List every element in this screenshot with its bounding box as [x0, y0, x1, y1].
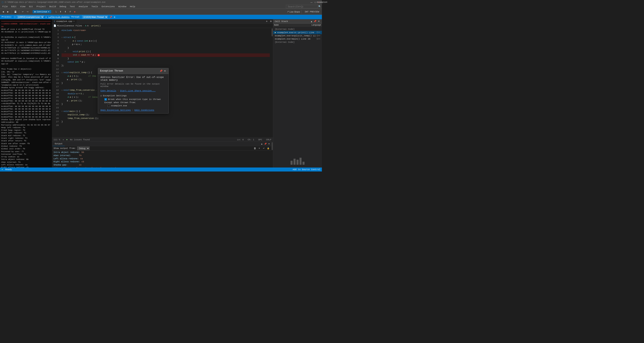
- tab-example4-cpp[interactable]: C example4.cpp ✕: [52, 19, 77, 23]
- lifecycle-label[interactable]: Lifecycle Events: [48, 16, 70, 18]
- breadcrumb-folder[interactable]: Miscellaneous Files: [57, 25, 82, 27]
- menu-tools[interactable]: Tools: [90, 5, 100, 8]
- output-wrap-button[interactable]: ↵: [262, 147, 266, 150]
- int-preview-button[interactable]: INT PREVIEW: [303, 11, 321, 13]
- minimize-button[interactable]: —: [310, 1, 313, 4]
- exception-close-button[interactable]: ✕: [163, 69, 166, 73]
- menu-edit[interactable]: Edit: [10, 5, 18, 8]
- call-stack-row[interactable]: [External Code]: [273, 41, 322, 44]
- process-selector[interactable]: ⬡ [18652] example4.exe: [14, 16, 44, 19]
- terminal-line: Global redzone: f9: [1, 145, 51, 148]
- call-stack-chart: [273, 155, 322, 168]
- code-line-6: }: [62, 46, 270, 50]
- status-bar: ● Ready Add to Source Control: [0, 168, 322, 172]
- output-tab-output[interactable]: Output: [53, 142, 65, 146]
- exception-popup: Exception Thrown 📌 ✕ Address Sanitizer E…: [98, 68, 169, 114]
- menu-project[interactable]: Project: [35, 5, 47, 8]
- menu-help[interactable]: Help: [128, 5, 137, 8]
- toolbar-stop[interactable]: ■: [73, 10, 76, 14]
- continue-button[interactable]: ▶ Continue ▾: [32, 10, 51, 14]
- search-input[interactable]: [286, 5, 318, 9]
- menu-git[interactable]: Git: [27, 5, 34, 8]
- line-num: 15: [52, 78, 59, 82]
- toolbar-save-all[interactable]: 💾: [13, 10, 18, 14]
- exception-subtitle: Full error details can be found in the o…: [100, 83, 166, 88]
- toolbar-undo[interactable]: ↩: [21, 10, 25, 14]
- terminal-line: [32, 36) 'compiler temporary' <== Memory…: [1, 73, 51, 76]
- call-stack-row[interactable]: [External Code]: [273, 28, 322, 31]
- output-key: ASan internal:: [54, 154, 78, 157]
- call-stack-row[interactable]: example4.exe!explicit_temp() Line 16 C++: [273, 34, 322, 37]
- output-val: bb: [82, 151, 84, 154]
- output-source-select[interactable]: Debug: [77, 147, 90, 150]
- menu-extensions[interactable]: Extensions: [100, 5, 116, 8]
- status-source-control[interactable]: Add to Source Control: [292, 168, 320, 171]
- tab-close-icon[interactable]: ✕: [74, 20, 74, 22]
- issues-label[interactable]: No issues found: [70, 139, 90, 141]
- thread-selector[interactable]: [21824] Main Thread: [82, 16, 108, 19]
- output-lock-button[interactable]: 🔒: [266, 147, 270, 150]
- toolbar-fwd[interactable]: ▶: [6, 10, 10, 14]
- output-close-button[interactable]: ✕: [268, 142, 270, 146]
- cs-row-name: example4.exe!explicit_temp() Line 16: [275, 35, 316, 37]
- example-exe-checkbox[interactable]: [108, 105, 110, 107]
- call-stack-controls: ▲ 📌 ✕: [310, 20, 320, 23]
- exception-pin-button[interactable]: 📌: [159, 69, 162, 73]
- editor-settings-button[interactable]: ⚙: [269, 19, 273, 23]
- output-up-button[interactable]: ▲: [260, 142, 264, 146]
- terminal-line: 0x3016ff70: 00 00 00 00 00 00 00 00 00 0…: [1, 97, 51, 100]
- live-share-button[interactable]: ↗ Live Share: [287, 11, 300, 13]
- toolbar-step-into[interactable]: ⬇: [58, 10, 62, 14]
- menu-debug[interactable]: Debug: [58, 5, 68, 8]
- break-checkbox[interactable]: [104, 98, 107, 101]
- call-stack-pin-button[interactable]: 📌: [314, 20, 317, 23]
- output-scrollbar[interactable]: [272, 142, 273, 168]
- call-stack-row-active[interactable]: ▶ example4.exe!A::print() Line 8 C++: [273, 31, 322, 34]
- zoom-level[interactable]: 111 %: [54, 139, 60, 141]
- call-stack-up-button[interactable]: ▲: [310, 20, 313, 23]
- edit-conditions-link[interactable]: Edit Conditions: [134, 109, 154, 111]
- copy-details-link[interactable]: Copy Details: [100, 90, 116, 92]
- process-select[interactable]: [18652] example4.exe: [16, 16, 44, 19]
- terminal-line: 0x3016ff80: 00 00 00 00 00 00 00 00 00 0…: [1, 100, 51, 102]
- line-num: 12: [52, 68, 59, 71]
- menu-build[interactable]: Build: [48, 5, 58, 8]
- terminal-line: Stack mid redzone: f2: [1, 134, 51, 137]
- call-stack-row[interactable]: example4.exe!main() Line 26 C++: [273, 37, 322, 41]
- breadcrumb-struct[interactable]: A: [87, 25, 89, 27]
- call-stack-close-button[interactable]: ✕: [317, 20, 320, 23]
- live-share-link[interactable]: Start Live Share session...: [120, 90, 156, 92]
- toolbar-back[interactable]: ◀: [1, 10, 5, 14]
- menu-analyze[interactable]: Analyze: [77, 5, 90, 8]
- output-from-label: Show output from:: [54, 147, 76, 150]
- code-line-3: ⊟struct A {: [62, 36, 270, 39]
- terminal-line: cpp:15: [1, 39, 51, 41]
- toolbar-redo[interactable]: ↪: [26, 10, 30, 14]
- menu-file[interactable]: File: [1, 5, 9, 8]
- line-num: 18: [52, 89, 59, 92]
- menu-window[interactable]: Window: [117, 5, 128, 8]
- content-area: ========================================…: [0, 19, 322, 168]
- maximize-button[interactable]: □: [314, 1, 317, 4]
- toolbar-step-over[interactable]: ⤵: [54, 10, 58, 14]
- menu-view[interactable]: View: [18, 5, 27, 8]
- new-tab-button[interactable]: +: [265, 19, 269, 23]
- output-filter-button[interactable]: ≡: [258, 147, 261, 150]
- toolbar-step-out[interactable]: ⬆: [63, 10, 67, 14]
- svg-rect-4: [302, 162, 304, 165]
- open-exception-settings-link[interactable]: Open Exception Settings: [100, 109, 131, 111]
- cs-row-name: [External Code]: [275, 28, 294, 30]
- exc-checkbox-icon: ☑: [100, 94, 102, 97]
- toolbar-sep3: [31, 10, 31, 14]
- toolbar-restart[interactable]: ↺: [68, 10, 72, 14]
- line-num: 10: [52, 60, 59, 64]
- breadcrumb-method[interactable]: print(): [92, 25, 101, 27]
- thread-select[interactable]: [21824] Main Thread: [82, 16, 108, 19]
- output-clear-button[interactable]: 🗑: [254, 147, 256, 150]
- menu-test[interactable]: Test: [68, 5, 76, 8]
- status-ready[interactable]: Ready: [6, 168, 12, 171]
- output-pin-button[interactable]: 📌: [264, 142, 267, 146]
- scrollbar-thumb: [272, 142, 273, 150]
- terminal-line: Freed heap region: fd: [1, 129, 51, 132]
- editor-scrollbar[interactable]: [272, 28, 273, 138]
